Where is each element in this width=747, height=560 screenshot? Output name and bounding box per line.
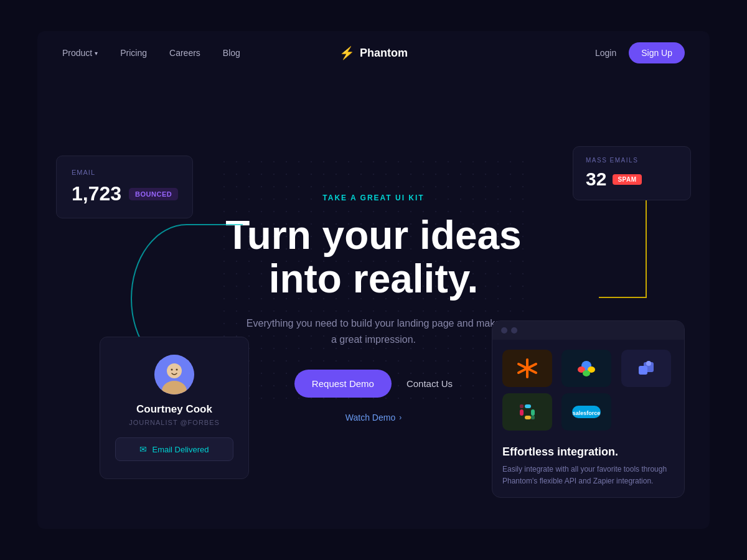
hero-buttons: Request Demo Contact Us: [294, 370, 453, 398]
svg-point-1: [167, 363, 182, 378]
nav-careers-label: Careers: [169, 48, 200, 58]
svg-rect-20: [531, 416, 535, 419]
integration-icons-grid: salesforce: [492, 340, 684, 441]
email-card-label: EMAIL: [72, 169, 177, 176]
avatar: [154, 355, 194, 394]
integration-description: Easily integrate with all your favorite …: [502, 464, 674, 487]
watch-demo-link[interactable]: Watch Demo ›: [345, 413, 402, 422]
email-bounce-card: EMAIL 1,723 BOUNCED: [56, 156, 193, 218]
logo-area: ⚡ Phantom: [339, 45, 408, 60]
integration-text: Effortless integration. Easily integrate…: [492, 443, 684, 497]
page-wrapper: Product ▾ Pricing Careers Blog ⚡ Phantom…: [0, 0, 747, 560]
svg-point-4: [176, 369, 178, 371]
content-area: Product ▾ Pricing Careers Blog ⚡ Phantom…: [37, 31, 710, 529]
email-card-number: 1,723: [72, 182, 121, 205]
navbar: Product ▾ Pricing Careers Blog ⚡ Phantom…: [37, 31, 710, 75]
mass-email-card: MASS EMAILS 32 SPAM: [573, 146, 691, 200]
integration-icon-cloud: [561, 350, 611, 387]
mass-email-stats: 32 SPAM: [586, 169, 678, 190]
hero-title-line2: into reality.: [269, 256, 479, 301]
email-delivered-label: Email Delivered: [152, 445, 209, 454]
nav-links: Product ▾ Pricing Careers Blog: [62, 48, 240, 58]
browser-dot-1: [501, 327, 507, 334]
integration-card: salesforce Effortless integration. Easil…: [492, 320, 685, 498]
signup-button[interactable]: Sign Up: [629, 42, 685, 63]
chevron-down-icon: ▾: [95, 50, 98, 57]
logo-icon: ⚡: [339, 45, 355, 60]
hero-title: Turn your ideas into reality.: [225, 213, 521, 301]
nav-careers[interactable]: Careers: [169, 48, 200, 58]
email-delivered-button[interactable]: ✉ Email Delivered: [115, 437, 233, 461]
arrow-right-icon: ›: [399, 413, 402, 422]
nav-pricing[interactable]: Pricing: [120, 48, 147, 58]
contact-us-button[interactable]: Contact Us: [406, 378, 453, 389]
profile-name: Courtney Cook: [136, 403, 212, 416]
nav-actions: Login Sign Up: [595, 42, 685, 63]
svg-rect-19: [520, 404, 524, 408]
integration-icon-asterisk: [502, 350, 552, 387]
nav-blog[interactable]: Blog: [223, 48, 240, 58]
nav-product-label: Product: [62, 48, 92, 58]
spam-badge: SPAM: [613, 174, 641, 185]
nav-pricing-label: Pricing: [120, 48, 147, 58]
hero-title-line1: Turn your ideas: [225, 213, 521, 258]
watch-demo-label: Watch Demo: [345, 413, 395, 422]
logo-text: Phantom: [360, 47, 408, 60]
login-button[interactable]: Login: [595, 48, 616, 58]
svg-rect-15: [520, 409, 524, 416]
hero-tagline: TAKE A GREAT UI KIT: [322, 194, 424, 202]
svg-point-3: [171, 369, 173, 371]
svg-rect-17: [531, 409, 535, 416]
integration-title: Effortless integration.: [502, 446, 674, 459]
svg-rect-13: [639, 366, 647, 375]
mass-email-number: 32: [586, 169, 606, 190]
hero-subtitle: Everything you need to build your landin…: [243, 315, 504, 347]
bounced-badge: BOUNCED: [129, 188, 178, 200]
profile-card: Courtney Cook JOURNALIST @FORBES ✉ Email…: [100, 337, 249, 479]
mass-email-label: MASS EMAILS: [586, 157, 678, 164]
svg-text:salesforce: salesforce: [573, 410, 601, 416]
profile-job-title: JOURNALIST @FORBES: [129, 419, 220, 426]
email-card-stats: 1,723 BOUNCED: [72, 182, 177, 205]
svg-point-14: [646, 361, 651, 366]
nav-blog-label: Blog: [223, 48, 240, 58]
integration-icon-slack: [502, 393, 552, 431]
integration-icon-teams: [621, 350, 671, 387]
svg-rect-16: [525, 404, 531, 408]
browser-bar: [492, 321, 684, 340]
browser-dot-2: [511, 327, 517, 334]
nav-product[interactable]: Product ▾: [62, 48, 98, 58]
integration-icon-salesforce: salesforce: [561, 393, 611, 431]
svg-point-11: [583, 370, 590, 376]
svg-rect-18: [525, 416, 531, 419]
request-demo-button[interactable]: Request Demo: [294, 370, 392, 398]
email-icon: ✉: [139, 444, 147, 454]
